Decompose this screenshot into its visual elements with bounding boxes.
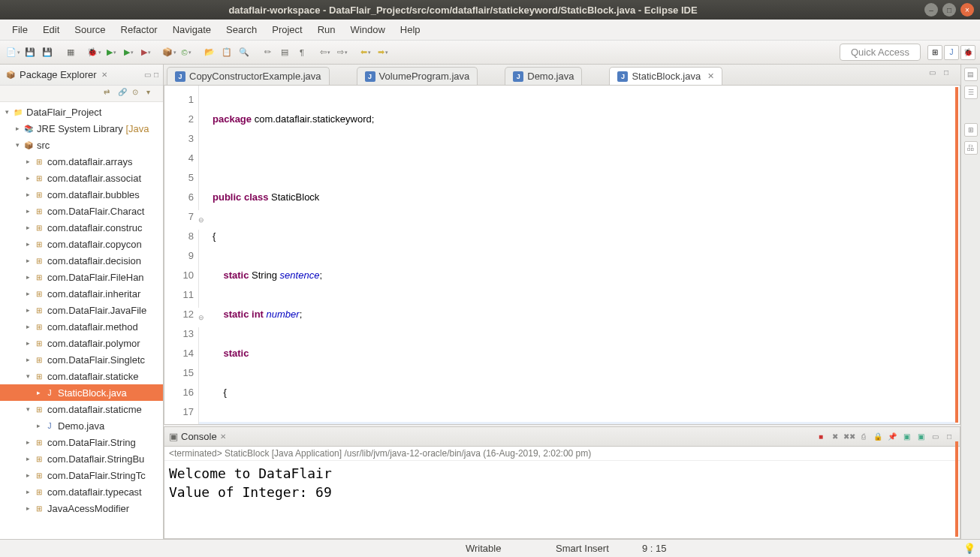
outline-view-icon[interactable]: ▤ [964,68,978,81]
pin-console-icon[interactable]: 📌 [886,431,898,443]
menu-project[interactable]: Project [264,22,309,38]
package-node[interactable]: ▸⊞com.dataflair.typecast [0,483,163,500]
annotation-next-button[interactable]: ⇨ [334,44,351,61]
clear-console-icon[interactable]: ⎙ [858,431,870,443]
view-minimize-icon[interactable]: ▭ [144,71,151,79]
window-minimize-button[interactable]: – [924,3,938,17]
package-node[interactable]: ▸⊞com.DataFlair.Singletc [0,351,163,368]
terminate-icon[interactable]: ■ [815,431,827,443]
new-package-button[interactable]: 📦 [161,44,177,61]
editor-minimize-icon[interactable]: ▭ [929,68,941,80]
menu-bar: File Edit Source Refactor Navigate Searc… [0,20,980,41]
show-whitespace-button[interactable]: ¶ [294,44,310,61]
package-node[interactable]: ▸⊞JavaAcessModifier [0,500,163,516]
save-all-button[interactable]: 💾 [39,44,56,61]
package-node[interactable]: ▸⊞com.Dataflair.StringBu [0,450,163,467]
package-node[interactable]: ▸⊞com.dataflair.polymor [0,335,163,351]
forward-button[interactable]: ➡ [375,44,391,61]
debug-button[interactable]: 🐞 [86,44,102,61]
hierarchy-icon[interactable]: 品 [964,141,978,155]
selected-file-node[interactable]: ▸JStaticBlock.java [0,384,163,401]
menu-edit[interactable]: Edit [35,22,67,38]
package-node[interactable]: ▸⊞com.dataflair.arrays [0,153,163,170]
menu-file[interactable]: File [5,22,35,38]
save-button[interactable]: 💾 [22,44,38,61]
package-node[interactable]: ▸⊞com.dataflair.inheritar [0,285,163,302]
package-node[interactable]: ▸⊞com.dataflair.bubbles [0,186,163,203]
new-class-button[interactable]: © [178,44,194,61]
editor-maximize-icon[interactable]: □ [944,68,956,80]
menu-refactor[interactable]: Refactor [113,22,165,38]
package-node[interactable]: ▸⊞com.DataFlair.JavaFile [0,302,163,318]
run-button[interactable]: ▶ [103,44,119,61]
toggle-button[interactable]: ▦ [62,44,79,61]
console-close-icon[interactable]: ✕ [220,432,226,441]
view-maximize-icon[interactable]: □ [154,71,158,79]
menu-source[interactable]: Source [67,22,113,38]
scroll-lock-icon[interactable]: 🔒 [872,431,884,443]
code-content[interactable]: package com.dataflair.statickeyword; pub… [199,86,960,424]
package-node[interactable]: ▸⊞com.dataflair.decision [0,252,163,269]
editor-tab-active[interactable]: JStaticBlock.java✕ [609,67,722,85]
tip-bulb-icon[interactable]: 💡 [963,543,975,554]
code-editor[interactable]: 1 2 3 4 5 6 7 8 9 10 11 12 13 14 15 16 1… [164,86,960,425]
package-tree[interactable]: ▾📁DataFlair_Project ▸📚JRE System Library… [0,102,163,539]
console-output[interactable]: Welcome to DataFlair Value of Integer: 6… [164,461,960,538]
remove-launch-icon[interactable]: ✖ [829,431,841,443]
java-perspective-button[interactable]: J [944,45,959,60]
console-max-icon[interactable]: □ [943,431,955,443]
editor-tab[interactable]: JVolumeProgram.java [357,67,478,85]
search-button[interactable]: 🔍 [236,44,252,61]
file-node[interactable]: ▸JDemo.java [0,417,163,434]
console-min-icon[interactable]: ▭ [929,431,941,443]
java-file-icon: J [513,71,523,82]
debug-perspective-button[interactable]: 🐞 [960,45,975,60]
package-node-open2[interactable]: ▾⊞com.dataflair.staticme [0,401,163,417]
menu-window[interactable]: Window [343,22,393,38]
status-insert-mode: Smart Insert [556,543,609,554]
window-title: dataflair-workspace - DataFlair_Project/… [6,5,920,16]
new-button[interactable]: 📄 [5,44,21,61]
focus-icon[interactable]: ⊙ [132,88,144,100]
package-node[interactable]: ▸⊞com.DataFlair.String [0,434,163,450]
close-tab-icon[interactable]: ✕ [707,71,714,81]
view-close-icon[interactable]: ✕ [101,71,107,79]
package-node[interactable]: ▸⊞com.dataflair.copycon [0,236,163,252]
package-node[interactable]: ▸⊞com.dataflair.associat [0,170,163,186]
open-console-icon[interactable]: ▣ [915,431,927,443]
editor-tab[interactable]: JCopyConstructorExample.java [167,67,330,85]
coverage-button[interactable]: ▶ [120,44,137,61]
package-node[interactable]: ▸⊞com.dataflair.construc [0,219,163,236]
open-task-button[interactable]: 📋 [219,44,235,61]
open-type-button[interactable]: 📂 [201,44,218,61]
toggle-block-button[interactable]: ▤ [276,44,293,61]
menu-navigate[interactable]: Navigate [165,22,219,38]
package-node[interactable]: ▸⊞com.DataFlair.StringTc [0,467,163,483]
task-list-icon[interactable]: ☰ [964,86,978,99]
project-node[interactable]: ▾📁DataFlair_Project [0,104,163,120]
jre-node[interactable]: ▸📚JRE System Library [Java [0,120,163,137]
package-node[interactable]: ▸⊞com.dataflair.method [0,318,163,335]
window-maximize-button[interactable]: □ [942,3,956,17]
src-node[interactable]: ▾📦src [0,137,163,153]
collapse-all-icon[interactable]: ⇄ [104,88,116,100]
menu-search[interactable]: Search [219,22,264,38]
editor-tab[interactable]: JDemo.java [505,67,582,85]
annotation-prev-button[interactable]: ⇦ [317,44,333,61]
quick-access-input[interactable]: Quick Access [840,44,921,61]
package-node[interactable]: ▸⊞com.DataFlair.FileHan [0,269,163,285]
display-selected-icon[interactable]: ▣ [900,431,912,443]
open-perspective-button[interactable]: ⊞ [927,45,942,60]
package-node-open[interactable]: ▾⊞com.dataflair.staticke [0,368,163,384]
remove-all-icon[interactable]: ✖✖ [843,431,855,443]
menu-run[interactable]: Run [310,22,343,38]
back-button[interactable]: ⬅ [357,44,374,61]
toggle-mark-button[interactable]: ✏ [259,44,276,61]
view-menu-icon[interactable]: ▾ [146,88,158,100]
link-editor-icon[interactable]: 🔗 [118,88,130,100]
window-close-button[interactable]: × [960,3,974,17]
menu-help[interactable]: Help [393,22,428,38]
external-tools-button[interactable]: ▶ [137,44,154,61]
outline-icon[interactable]: ⊞ [964,123,978,137]
package-node[interactable]: ▸⊞com.DataFlair.Charact [0,203,163,219]
